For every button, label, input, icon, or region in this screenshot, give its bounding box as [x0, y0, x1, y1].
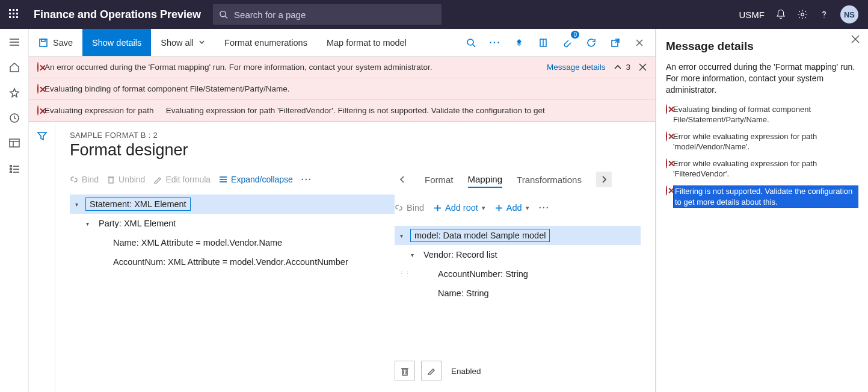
diamond-icon[interactable] [508, 32, 530, 54]
caret-icon[interactable]: ▾ [397, 232, 405, 239]
edit-formula-label: Edit formula [165, 175, 211, 184]
add-button[interactable]: Add▾ [495, 203, 529, 213]
tree-row[interactable]: AccountNum: XML Attribute = model.Vendor… [70, 252, 395, 272]
modules-icon[interactable] [8, 163, 20, 175]
banner-1: An error occurred during the 'Format map… [29, 57, 655, 78]
expand-collapse-button[interactable]: Expand/collapse [219, 175, 293, 184]
help-icon[interactable] [819, 9, 830, 20]
tree-row[interactable]: ▾model: Data model Sample model [395, 226, 641, 245]
tab-mapping[interactable]: Mapping [468, 172, 503, 188]
svg-rect-1 [13, 9, 14, 11]
format-tree-pane: Bind Unbind Edit formula Expand/collapse… [70, 168, 395, 392]
left-toolbar: Bind Unbind Edit formula Expand/collapse… [70, 168, 395, 191]
svg-point-24 [10, 172, 11, 173]
caret-icon[interactable]: ▾ [408, 252, 416, 258]
svg-rect-3 [9, 13, 11, 14]
popout-icon[interactable] [605, 32, 626, 54]
map-format-label: Map format to model [327, 38, 407, 48]
tree-row[interactable]: ▾Statement: XML Element [70, 194, 395, 214]
unbind-button: Unbind [107, 175, 145, 184]
message-item[interactable]: Evaluating binding of format component F… [666, 104, 858, 125]
banner-text: An error occurred during the 'Format map… [45, 63, 540, 72]
caret-icon[interactable]: ▾ [83, 220, 91, 227]
more-cmd-icon[interactable]: ··· [484, 32, 506, 54]
svg-rect-35 [109, 178, 113, 183]
save-button[interactable]: Save [29, 29, 82, 56]
map-format-button[interactable]: Map format to model [317, 29, 416, 56]
hamburger-icon[interactable] [8, 36, 20, 48]
tree-label: Vendor: Record list [421, 249, 500, 261]
app-launcher-icon[interactable] [0, 9, 29, 20]
message-text: Evaluating binding of format component F… [673, 104, 858, 125]
tree-label: Name: XML Attribute = model.Vendor.Name [111, 237, 285, 249]
close-cmd-icon[interactable] [629, 32, 650, 54]
svg-line-29 [473, 45, 475, 47]
star-icon[interactable] [8, 87, 20, 99]
message-details-link[interactable]: Message details [547, 63, 606, 72]
error-icon [37, 84, 38, 93]
caret-icon[interactable]: ▾ [72, 201, 81, 208]
edit-formula-button: Edit formula [153, 175, 211, 184]
error-icon [37, 63, 38, 72]
tab-next-icon[interactable] [596, 172, 612, 187]
app-title: Finance and Operations Preview [29, 8, 213, 21]
svg-point-22 [10, 169, 11, 170]
svg-point-28 [467, 39, 473, 45]
svg-rect-6 [9, 16, 11, 18]
avatar[interactable]: NS [840, 5, 858, 23]
message-item[interactable]: Filtering is not supported. Validate the… [666, 185, 858, 208]
delete-button[interactable] [395, 361, 415, 381]
bell-icon[interactable] [775, 9, 786, 20]
add-root-button[interactable]: Add root▾ [434, 203, 485, 213]
global-search[interactable] [213, 4, 442, 25]
format-enum-button[interactable]: Format enumerations [215, 29, 317, 56]
tab-transformations[interactable]: Transformations [517, 172, 582, 187]
clock-icon[interactable] [8, 112, 20, 124]
search-input[interactable] [233, 9, 436, 20]
filter-column [29, 122, 55, 392]
company-picker[interactable]: USMF [739, 10, 765, 20]
tree-row[interactable]: AccountNumber: String [395, 264, 641, 284]
home-icon[interactable] [8, 61, 20, 73]
banner-text: Evaluating binding of format component F… [45, 84, 647, 93]
banner-close[interactable] [639, 63, 647, 71]
tree-row[interactable]: ▾Vendor: Record list [395, 245, 641, 264]
search-cmd-icon[interactable] [460, 32, 482, 54]
message-item[interactable]: Error while evaluating expression for pa… [666, 131, 858, 152]
close-panel-icon[interactable] [851, 35, 860, 43]
workspace-icon[interactable] [8, 137, 20, 149]
edit-button[interactable] [421, 361, 442, 381]
left-more-icon[interactable]: ··· [301, 175, 312, 184]
svg-rect-0 [9, 9, 11, 11]
top-header: Finance and Operations Preview USMF NS [0, 0, 868, 29]
tree-row[interactable]: ▾Party: XML Element [70, 214, 395, 233]
tab-prev-icon[interactable] [395, 172, 410, 187]
attachments-icon[interactable]: 0 [556, 32, 578, 54]
left-rail [0, 29, 29, 392]
show-all-button[interactable]: Show all [151, 29, 215, 56]
mapping-pane: Format Mapping Transformations Bind Add … [395, 168, 641, 392]
bind-button: Bind [70, 175, 99, 184]
banner-collapse[interactable]: 3 [614, 63, 630, 72]
show-details-button[interactable]: Show details [82, 29, 151, 56]
filter-icon[interactable] [37, 131, 48, 142]
tree-label: Party: XML Element [96, 217, 178, 229]
tree-row[interactable]: Name: String [395, 284, 641, 303]
refresh-icon[interactable] [580, 32, 602, 54]
error-icon [666, 158, 667, 179]
book-icon[interactable] [532, 32, 554, 54]
search-icon [219, 10, 228, 19]
svg-rect-4 [13, 13, 14, 14]
format-tree: ▾Statement: XML Element▾Party: XML Eleme… [70, 194, 395, 272]
message-text: Filtering is not supported. Validate the… [673, 185, 858, 208]
tab-format[interactable]: Format [425, 172, 454, 187]
panel-description: An error occurred during the 'Format map… [666, 61, 858, 96]
gear-icon[interactable] [797, 9, 808, 20]
bottom-tools: Enabled [395, 361, 481, 381]
command-bar: Save Show details Show all Format enumer… [29, 29, 655, 57]
right-more-icon[interactable]: ··· [539, 203, 550, 213]
message-item[interactable]: Error while evaluating expression for pa… [666, 158, 858, 179]
breadcrumb: SAMPLE FORMAT B : 2 [70, 131, 641, 140]
svg-point-11 [801, 13, 804, 16]
tree-row[interactable]: Name: XML Attribute = model.Vendor.Name [70, 233, 395, 252]
